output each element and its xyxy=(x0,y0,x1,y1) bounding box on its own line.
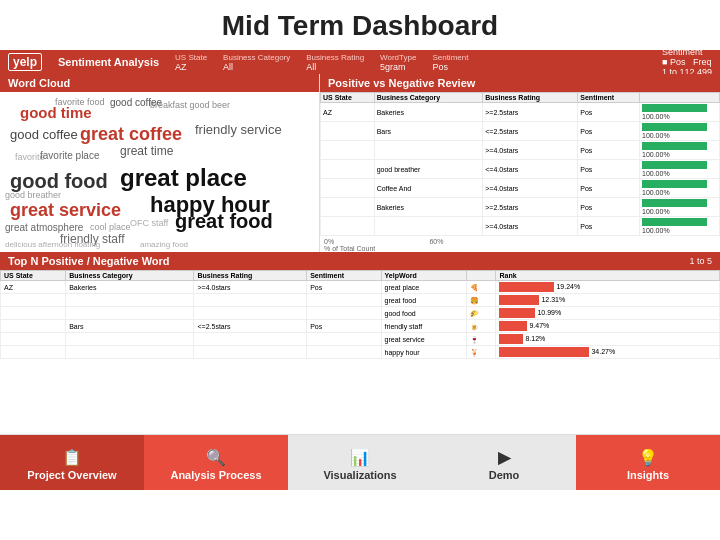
nav-item-project[interactable]: 📋 Project Overview xyxy=(0,434,144,490)
bottom-nav: 📋 Project Overview 🔍 Analysis Process 📊 … xyxy=(0,434,720,490)
nav-label-insights: Insights xyxy=(627,469,669,481)
table-row: great food 🍔 12.31% xyxy=(1,294,720,307)
dashboard-container: yelp Sentiment Analysis US StateAZ Busin… xyxy=(0,50,720,490)
table-row: >=4.0starsPos 100.00% xyxy=(321,141,720,160)
nav-item-visualizations[interactable]: 📊 Visualizations xyxy=(288,434,432,490)
nav-item-demo[interactable]: ▶ Demo xyxy=(432,434,576,490)
filter-item-state: US StateAZ xyxy=(175,53,207,72)
col-category: Business Category xyxy=(374,93,483,103)
insights-icon: 💡 xyxy=(638,448,658,467)
word-cloud-header: Word Cloud xyxy=(0,74,319,92)
nav-label-visualizations: Visualizations xyxy=(323,469,396,481)
filter-item-wordtype: WordType5gram xyxy=(380,53,416,72)
col-rank: Rank xyxy=(496,271,720,281)
word-cloud-section: Word Cloud favorite food good coffee goo… xyxy=(0,74,320,252)
topn-content: US State Business Category Business Rati… xyxy=(0,270,720,418)
table-row: great service 🍷 8.12% xyxy=(1,333,720,346)
table-row: Bars<=2.5starsPos 100.00% xyxy=(321,122,720,141)
table-row: Bakeries>=2.5starsPos 100.00% xyxy=(321,198,720,217)
filter-section-title: Sentiment Analysis xyxy=(58,56,159,68)
topn-title: Top N Positive / Negative Word xyxy=(8,255,170,267)
filter-item-category: Business CategoryAll xyxy=(223,53,290,72)
col-rating: Business Rating xyxy=(194,271,307,281)
main-content: Word Cloud favorite food good coffee goo… xyxy=(0,74,720,418)
table-row: AZBakeries>=2.5starsPos 100.00% xyxy=(321,103,720,122)
filter-bar: yelp Sentiment Analysis US StateAZ Busin… xyxy=(0,50,720,74)
demo-icon: ▶ xyxy=(498,448,510,467)
pos-neg-header: Positive vs Negative Review xyxy=(320,74,720,92)
topn-section: Top N Positive / Negative Word 1 to 5 US… xyxy=(0,252,720,418)
table-row: Coffee And>=4.0starsPos 100.00% xyxy=(321,179,720,198)
two-col-row: Word Cloud favorite food good coffee goo… xyxy=(0,74,720,252)
yelp-logo: yelp xyxy=(8,53,42,71)
visualizations-icon: 📊 xyxy=(350,448,370,467)
nav-item-analysis[interactable]: 🔍 Analysis Process xyxy=(144,434,288,490)
nav-item-insights[interactable]: 💡 Insights xyxy=(576,434,720,490)
col-category: Business Category xyxy=(66,271,194,281)
nav-label-demo: Demo xyxy=(489,469,520,481)
word-cloud-content: favorite food good coffee good time brea… xyxy=(0,92,319,252)
filter-item-rating: Business RatingAll xyxy=(306,53,364,72)
pos-neg-section: Positive vs Negative Review US State Bus… xyxy=(320,74,720,252)
table-row: good breather<=4.0starsPos 100.00% xyxy=(321,160,720,179)
nav-label-analysis: Analysis Process xyxy=(170,469,261,481)
analysis-icon: 🔍 xyxy=(206,448,226,467)
col-sentiment: Sentiment xyxy=(578,93,640,103)
col-bar xyxy=(640,93,720,103)
page-title: Mid Term Dashboard xyxy=(0,0,720,50)
table-row: good food 🌮 10.99% xyxy=(1,307,720,320)
col-sentiment: Sentiment xyxy=(307,271,381,281)
col-icon xyxy=(467,271,496,281)
filter-right: Sentiment ■ Pos Freq 1 to 112,499 xyxy=(662,50,712,77)
table-row: happy hour 🍹 34.27% xyxy=(1,346,720,359)
col-rating: Business Rating xyxy=(483,93,578,103)
filter-item-sentiment: SentimentPos xyxy=(432,53,468,72)
table-row: >=4.0starsPos 100.00% xyxy=(321,217,720,236)
project-icon: 📋 xyxy=(62,448,82,467)
pos-neg-content: US State Business Category Business Rati… xyxy=(320,92,720,252)
topn-header: Top N Positive / Negative Word 1 to 5 xyxy=(0,252,720,270)
table-row: Bars<=2.5starsPos friendly staff 🍺 9.47% xyxy=(1,320,720,333)
table-row: AZBakeries>=4.0starsPos great place 🍕 19… xyxy=(1,281,720,294)
col-state: US State xyxy=(1,271,66,281)
topn-range: 1 to 5 xyxy=(689,256,712,266)
col-state: US State xyxy=(321,93,375,103)
nav-label-project: Project Overview xyxy=(27,469,116,481)
col-word: YelpWord xyxy=(381,271,467,281)
